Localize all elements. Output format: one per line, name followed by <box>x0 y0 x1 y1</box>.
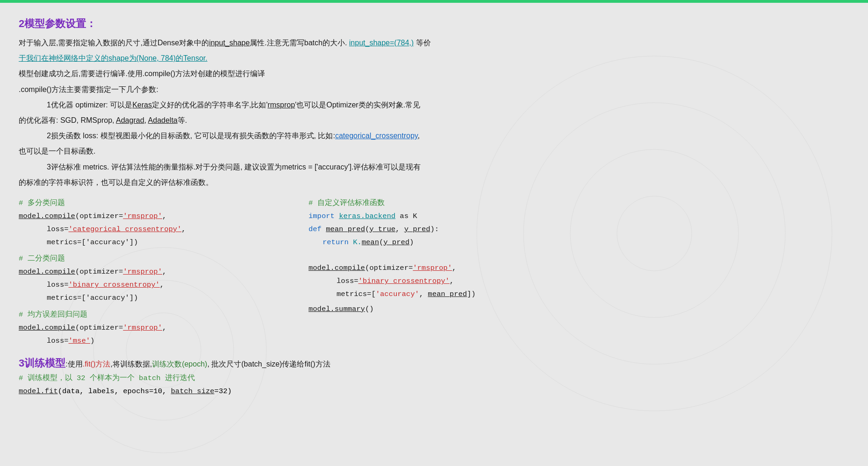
para3-text: .compile()方法主要需要指定一下几个参数: <box>19 85 158 93</box>
model-summary: model.summary <box>308 305 365 313</box>
comment2-text: # 二分类问题 <box>19 254 65 263</box>
section3-code: model.fit(data, labels, epochs=10, batch… <box>19 385 849 398</box>
model-compile-3: model.compile <box>19 324 75 332</box>
code-left-comment2: # 二分类问题 <box>19 253 280 266</box>
para6b-text: , <box>418 132 420 140</box>
binary-crossentropy-str-2: 'binary_crossentropy' <box>359 277 450 285</box>
para6a-text: 2损失函数 loss: 模型视图最小化的目标函数, 它可以是现有损失函数的字符串… <box>47 132 335 140</box>
para4a-text: 1优化器 optimizer: 可以是 <box>47 101 132 109</box>
model-fit: model.fit <box>19 387 58 395</box>
adagrad-underline: Adagrad <box>116 116 144 124</box>
para7-text: 也可以是一个目标函数. <box>19 147 95 155</box>
section3-comment-text: # 训练模型，以 32 个样本为一个 batch 进行迭代 <box>19 374 195 382</box>
model-compile-2: model.compile <box>19 268 75 276</box>
mean-pred-ref: mean_pred <box>428 290 467 298</box>
code-left-line6: metrics=['accuracy']) <box>47 292 280 305</box>
para9-text: 的标准的字符串标识符，也可以是自定义的评估标准函数。 <box>19 178 213 186</box>
section3-inline3: , 批次尺寸(batch_size)传递给fit()方法 <box>207 360 330 368</box>
code-right-empty <box>308 249 589 262</box>
model-compile-right: model.compile <box>308 264 365 272</box>
section2-colon: ： <box>86 18 96 29</box>
para2-text: 模型创建成功之后,需要进行编译.使用.compile()方法对创建的模型进行编译 <box>19 70 265 78</box>
k-mean-fn: mean <box>362 238 379 247</box>
code-left-line3: metrics=['accuracy']) <box>47 236 280 249</box>
section3-inline2: ,将训练数据, <box>110 360 152 368</box>
code-columns: # 多分类问题 model.compile(optimizer='rmsprop… <box>19 197 849 348</box>
code-left-comment3: # 均方误差回归问题 <box>19 309 280 322</box>
para6: 2损失函数 loss: 模型视图最小化的目标函数, 它可以是现有损失函数的字符串… <box>47 129 849 142</box>
input-shape-underline: input_shape <box>209 39 250 47</box>
section3-title: 3训练模型:使用.fit()方法,将训练数据,训练次数(epoch), 批次尺寸… <box>19 356 849 370</box>
model-compile-1: model.compile <box>19 212 75 220</box>
rmsprop-underline: rmsprop <box>267 101 295 109</box>
para1-text: 对于输入层,需要指定输入数据的尺寸,通过Dense对象中的 <box>19 39 209 47</box>
code-right-metrics: metrics=['accuracy', mean_pred]) <box>337 288 589 301</box>
rmsprop-str-right: 'rmsprop' <box>413 264 452 272</box>
para1d: 于我们在神经网络中定义的shape为(None, 784)的Tensor. <box>19 52 849 64</box>
code-block-right: # 自定义评估标准函数 import keras.backend as K de… <box>308 197 589 348</box>
para4: 1优化器 optimizer: 可以是Keras定义好的优化器的字符串名字,比如… <box>47 99 849 111</box>
para1: 对于输入层,需要指定输入数据的尺寸,通过Dense对象中的input_shape… <box>19 36 849 49</box>
mse-str: 'mse' <box>69 337 91 345</box>
para2: 模型创建成功之后,需要进行编译.使用.compile()方法对创建的模型进行编译 <box>19 67 849 80</box>
rmsprop-str-2: 'rmsprop' <box>123 268 162 276</box>
code-right-import: import keras.backend as K <box>308 210 589 223</box>
para4b-text: 定义好的优化器的字符串名字,比如' <box>152 101 268 109</box>
para7: 也可以是一个目标函数. <box>19 145 849 157</box>
code-block-left: # 多分类问题 model.compile(optimizer='rmsprop… <box>19 197 280 348</box>
rmsprop-str-3: 'rmsprop' <box>123 324 162 332</box>
code-right-loss: loss='binary_crossentropy', <box>337 275 589 288</box>
section3-comment: # 训练模型，以 32 个样本为一个 batch 进行迭代 <box>19 372 849 385</box>
comment1-text: # 多分类问题 <box>19 199 65 207</box>
code-left-line1: model.compile(optimizer='rmsprop', <box>19 210 280 223</box>
para1d-link: 于我们在神经网络中定义的shape为(None, 784)的Tensor. <box>19 54 208 62</box>
keras-underline: Keras <box>132 101 152 109</box>
rmsprop-str-1: 'rmsprop' <box>123 212 162 220</box>
code-left-line7: model.compile(optimizer='rmsprop', <box>19 322 280 335</box>
binary-crossentropy-str-1: 'binary_crossentropy' <box>69 281 160 289</box>
adadelta-underline: Adadelta <box>148 116 178 124</box>
section3-epoch: 训练次数(epoch) <box>152 360 207 368</box>
right-comment1-text: # 自定义评估标准函数 <box>308 199 385 207</box>
para4c-text: '也可以是Optimizer类的实例对象.常见 <box>295 101 420 109</box>
para5: 的优化器有: SGD, RMSprop, Adagrad, Adadelta等. <box>19 114 849 127</box>
batch-size-param: batch_size <box>171 387 215 395</box>
categorical-crossentropy-link[interactable]: categorical_crossentropy <box>335 132 418 140</box>
cat-crossentropy-str: 'categorical_crossentropy' <box>69 225 182 233</box>
code-left-line5: loss='binary_crossentropy', <box>47 279 280 292</box>
code-right-comment1: # 自定义评估标准函数 <box>308 197 589 210</box>
para5b-text: 等. <box>178 116 187 124</box>
mean-pred-fn: mean_pred <box>326 225 365 233</box>
para3: .compile()方法主要需要指定一下几个参数: <box>19 83 849 96</box>
para5-comma: , <box>144 116 148 124</box>
para5-text: 的优化器有: SGD, RMSprop, <box>19 116 116 124</box>
code-right-summary: model.summary() <box>308 303 589 316</box>
code-left-line8: loss='mse') <box>47 335 280 348</box>
para1b-text: 属性.注意无需写batch的大小. <box>250 39 349 47</box>
para9: 的标准的字符串标识符，也可以是自定义的评估标准函数。 <box>19 176 849 189</box>
para8a-text: 3评估标准 metrics. 评估算法性能的衡量指标.对于分类问题, 建议设置为… <box>47 163 421 171</box>
section2-title-text: 2模型参数设置 <box>19 18 86 29</box>
code-right-def: def mean_pred(y_true, y_pred): <box>308 223 589 236</box>
input-shape-link[interactable]: input_shape=(784,) <box>349 39 414 47</box>
code-left-line4: model.compile(optimizer='rmsprop', <box>19 266 280 279</box>
section3-inline1: 使用 <box>68 360 83 368</box>
para1c-text: 等价 <box>414 39 430 47</box>
comment3-text: # 均方误差回归问题 <box>19 311 87 319</box>
section3-title-text: 3训练模型 <box>19 357 65 369</box>
code-left-comment1: # 多分类问题 <box>19 197 280 210</box>
section3-fit-method: .fit()方法 <box>83 360 111 368</box>
code-right-compile: model.compile(optimizer='rmsprop', <box>308 262 589 275</box>
section2-title: 2模型参数设置： <box>19 17 849 31</box>
para8: 3评估标准 metrics. 评估算法性能的衡量指标.对于分类问题, 建议设置为… <box>47 161 849 173</box>
code-right-return: return K.mean(y_pred) <box>323 236 589 249</box>
code-left-line2: loss='categorical_crossentropy', <box>47 223 280 236</box>
